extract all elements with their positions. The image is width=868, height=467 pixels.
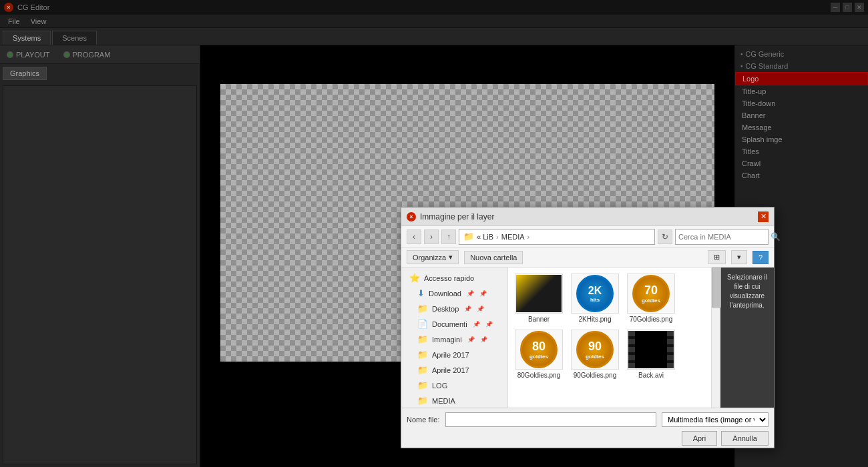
badge-80-thumbnail: 80 goldies (520, 331, 558, 368)
forward-button[interactable]: › (424, 229, 439, 244)
search-icon: 🔍 (771, 232, 781, 242)
pin-icon-immagini: 📌 (467, 336, 475, 343)
breadcrumb-lib: « LiB (477, 233, 493, 241)
file-thumb-80goldies: 80 goldies (515, 330, 563, 370)
dialog-icon: × (407, 212, 416, 221)
organizza-label: Organizza (413, 254, 446, 262)
nuova-cartella-label: Nuova cartella (470, 254, 517, 262)
nav-label-media: MEDIA (432, 397, 455, 405)
filename-input[interactable] (445, 412, 656, 427)
file-thumb-70goldies: 70 goldies (627, 274, 675, 314)
file-area: Banner 2K hits 2KHits.png (508, 268, 711, 408)
badge-90-thumbnail: 90 goldies (576, 331, 614, 368)
help-button[interactable]: ? (752, 251, 769, 264)
dialog-footer: Nome file: Multimedia files (image or vi… (401, 408, 774, 448)
dialog-title-left: × Immagine per il layer (407, 212, 494, 221)
filename-label: Nome file: (407, 416, 440, 424)
file-thumb-banner (515, 274, 563, 314)
nav-label-aprile-2017-2: Aprile 2017 (432, 366, 469, 374)
file-item-backavi[interactable]: Back.avi (624, 328, 678, 381)
nav-label-documenti: Documenti (432, 320, 467, 328)
back-button[interactable]: ‹ (407, 229, 421, 244)
refresh-button[interactable]: ↻ (658, 229, 672, 244)
open-button[interactable]: Apri (682, 431, 718, 446)
folder-icon-aprile2: 📁 (417, 365, 428, 375)
star-icon: ⭐ (409, 273, 420, 283)
left-nav: ⭐ Accesso rapido ⬇ Download 📌 📁 Desktop … (401, 268, 508, 408)
file-label-banner: Banner (528, 316, 550, 323)
pin-icon-download: 📌 (467, 290, 474, 297)
dialog-action-bar: Organizza ▾ Nuova cartella ⊞ ▾ ? (401, 248, 774, 268)
nav-label-desktop: Desktop (432, 305, 459, 313)
dialog-close-button[interactable]: ✕ (758, 211, 769, 222)
nav-label-aprile-2017-1: Aprile 2017 (432, 351, 469, 359)
doc-icon-documenti: 📄 (417, 319, 428, 329)
file-thumb-2khits: 2K hits (571, 274, 619, 314)
file-label-backavi: Back.avi (638, 372, 664, 379)
badge-2k-thumbnail: 2K hits (576, 275, 614, 312)
nav-item-immagini[interactable]: 📁 Immagini 📌 (401, 332, 507, 347)
file-label-2khits: 2KHits.png (579, 316, 612, 323)
nav-item-documenti[interactable]: 📄 Documenti 📌 (401, 316, 507, 332)
organizza-chevron-icon: ▾ (449, 253, 453, 262)
file-item-90goldies[interactable]: 90 goldies 90Goldies.png (568, 328, 622, 381)
nav-label-log: LOG (432, 382, 447, 390)
nav-item-aprile-2017-2[interactable]: 📁 Aprile 2017 (401, 362, 507, 378)
breadcrumb-folder-icon: 📁 (463, 231, 474, 242)
nav-item-media[interactable]: 📁 MEDIA (401, 393, 507, 408)
dialog-body: ⭐ Accesso rapido ⬇ Download 📌 📁 Desktop … (401, 268, 774, 408)
view-toggle-button[interactable]: ⊞ (708, 250, 726, 264)
view-icon: ⊞ (714, 253, 720, 262)
dialog-titlebar: × Immagine per il layer ✕ (401, 207, 774, 226)
dialog-overlay: × Immagine per il layer ✕ ‹ › ↑ 📁 « LiB … (0, 0, 868, 467)
up-button[interactable]: ↑ (441, 229, 456, 244)
folder-icon-media: 📁 (417, 396, 428, 406)
file-label-80goldies: 80Goldies.png (517, 372, 561, 379)
nav-item-download[interactable]: ⬇ Download 📌 (401, 286, 507, 301)
nav-label-accesso-rapido: Accesso rapido (424, 274, 474, 282)
file-item-80goldies[interactable]: 80 goldies 80Goldies.png (512, 328, 566, 381)
preview-panel: Selezionare il file di cui visualizzare … (720, 268, 774, 408)
preview-text: Selezionare il file di cui visualizzare … (723, 273, 771, 310)
file-item-2khits[interactable]: 2K hits 2KHits.png (568, 272, 622, 325)
scrollbar-thumb[interactable] (712, 268, 721, 308)
breadcrumb-media: MEDIA (501, 233, 525, 241)
badge-70-thumbnail: 70 goldies (632, 275, 670, 312)
dialog-toolbar: ‹ › ↑ 📁 « LiB › MEDIA › ↻ 🔍 (401, 226, 774, 248)
video-thumbnail (628, 331, 674, 368)
video-center (635, 331, 667, 368)
folder-icon-desktop: 📁 (417, 304, 428, 314)
nav-item-aprile-2017-1[interactable]: 📁 Aprile 2017 (401, 347, 507, 362)
film-strip-left (628, 331, 635, 368)
search-input[interactable] (678, 233, 771, 241)
folder-icon-aprile1: 📁 (417, 350, 428, 360)
nav-label-download: Download (429, 290, 461, 298)
file-item-banner[interactable]: Banner (512, 272, 566, 325)
dialog-buttons: Apri Annulla (407, 431, 769, 446)
pin-icon-desktop: 📌 (464, 306, 471, 312)
filename-row: Nome file: Multimedia files (image or vi… (407, 412, 769, 427)
nav-item-log[interactable]: 📁 LOG (401, 378, 507, 393)
folder-icon-log: 📁 (417, 380, 428, 390)
nav-item-accesso-rapido[interactable]: ⭐ Accesso rapido (401, 270, 507, 286)
download-icon: ⬇ (417, 288, 425, 298)
file-thumb-90goldies: 90 goldies (571, 330, 619, 370)
pin-icon-documenti: 📌 (473, 321, 480, 328)
nav-label-immagini: Immagini (432, 336, 462, 344)
scrollbar-right[interactable] (711, 268, 720, 408)
folder-icon-immagini: 📁 (417, 334, 428, 344)
view-dropdown-button[interactable]: ▾ (731, 250, 747, 264)
nav-item-desktop[interactable]: 📁 Desktop 📌 (401, 301, 507, 316)
cancel-button[interactable]: Annulla (721, 431, 769, 446)
file-thumb-backavi (627, 330, 675, 370)
organizza-button[interactable]: Organizza ▾ (407, 250, 459, 264)
nuova-cartella-button[interactable]: Nuova cartella (464, 251, 523, 264)
banner-thumbnail (516, 275, 562, 312)
film-strip-right (667, 331, 674, 368)
file-dialog: × Immagine per il layer ✕ ‹ › ↑ 📁 « LiB … (401, 207, 775, 448)
file-label-70goldies: 70Goldies.png (630, 316, 673, 323)
breadcrumb-bar[interactable]: 📁 « LiB › MEDIA › (459, 229, 655, 245)
file-item-70goldies[interactable]: 70 goldies 70Goldies.png (624, 272, 678, 325)
filetype-select[interactable]: Multimedia files (image or vide (662, 412, 769, 427)
view-dropdown-icon: ▾ (737, 253, 741, 262)
